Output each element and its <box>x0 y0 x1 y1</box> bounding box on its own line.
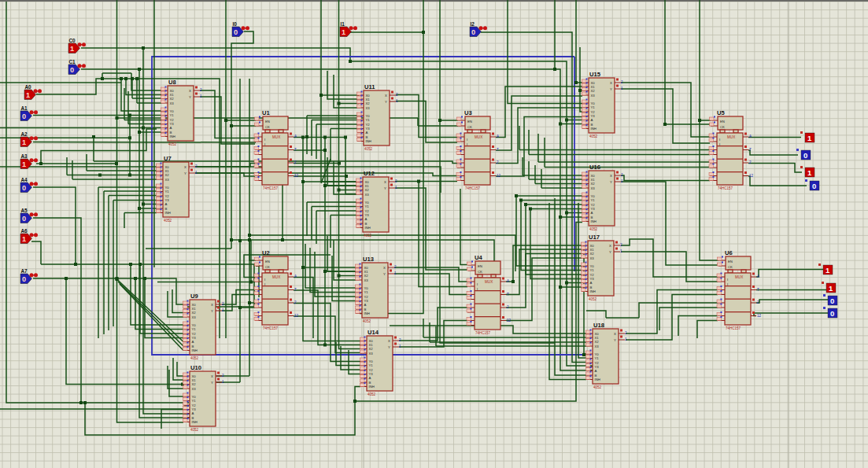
svg-text:U16: U16 <box>589 164 600 171</box>
svg-text:C1: C1 <box>69 59 76 64</box>
svg-text:INH: INH <box>369 385 375 389</box>
svg-text:U2: U2 <box>262 249 270 256</box>
svg-text:U18: U18 <box>593 322 604 329</box>
svg-text:B: B <box>165 207 168 211</box>
svg-text:I: I <box>467 138 467 142</box>
svg-text:CK: CK <box>467 125 472 129</box>
svg-text:X3: X3 <box>590 256 595 260</box>
svg-text:Y: Y <box>388 345 390 349</box>
svg-text:T: T <box>507 293 509 297</box>
svg-text:A: A <box>591 211 593 215</box>
svg-text:A: A <box>595 369 597 373</box>
svg-text:I: I <box>264 282 265 286</box>
svg-text:MUX: MUX <box>727 135 735 139</box>
svg-text:Y0: Y0 <box>365 201 370 205</box>
svg-text:Y1: Y1 <box>591 105 596 109</box>
svg-text:1: 1 <box>342 28 345 36</box>
svg-text:X1: X1 <box>366 98 371 101</box>
svg-text:I1: I1 <box>341 21 345 27</box>
svg-text:X3: X3 <box>366 106 371 110</box>
svg-text:INH: INH <box>590 289 596 293</box>
svg-text:X: X <box>610 174 612 178</box>
svg-text:Y2: Y2 <box>192 332 197 336</box>
svg-text:U8: U8 <box>168 79 176 86</box>
svg-text:X1: X1 <box>364 270 369 274</box>
svg-text:EN: EN <box>728 260 733 263</box>
svg-text:MUX: MUX <box>475 135 482 139</box>
svg-text:12: 12 <box>497 174 501 178</box>
svg-text:CK: CK <box>728 265 733 269</box>
svg-text:CK: CK <box>720 125 725 129</box>
svg-text:X3: X3 <box>591 94 596 98</box>
svg-text:A: A <box>192 340 194 344</box>
svg-text:INH: INH <box>366 139 371 143</box>
svg-text:A: A <box>369 376 371 380</box>
svg-text:0: 0 <box>234 28 238 36</box>
svg-text:C0: C0 <box>69 38 76 43</box>
svg-text:0: 0 <box>830 309 834 318</box>
svg-text:CK: CK <box>478 270 482 274</box>
svg-text:X2: X2 <box>591 182 596 186</box>
svg-text:CK: CK <box>265 125 270 129</box>
svg-text:1: 1 <box>22 235 26 243</box>
svg-text:INH: INH <box>165 211 171 215</box>
svg-text:INH: INH <box>364 311 370 315</box>
svg-text:Y0: Y0 <box>591 101 596 105</box>
svg-text:B: B <box>591 216 593 219</box>
svg-text:Y0: Y0 <box>595 352 600 356</box>
svg-text:B: B <box>591 123 593 127</box>
svg-text:1: 1 <box>26 91 30 99</box>
svg-text:A: A <box>165 202 168 206</box>
svg-text:X2: X2 <box>170 97 175 101</box>
svg-text:I: I <box>727 278 728 282</box>
svg-text:4052: 4052 <box>368 392 376 396</box>
svg-text:A: A <box>170 126 172 130</box>
svg-text:I: I <box>264 138 265 142</box>
svg-text:Y2: Y2 <box>366 123 371 127</box>
svg-text:Y2: Y2 <box>591 203 596 207</box>
svg-text:Y: Y <box>610 87 612 91</box>
svg-text:74HC157: 74HC157 <box>263 186 279 190</box>
svg-text:X1: X1 <box>165 169 170 173</box>
svg-text:A: A <box>192 411 194 415</box>
svg-text:I: I <box>264 142 265 146</box>
svg-text:Y1: Y1 <box>365 205 370 208</box>
svg-text:X1: X1 <box>192 378 197 382</box>
svg-text:A: A <box>497 135 499 138</box>
svg-text:U9: U9 <box>190 293 198 300</box>
svg-text:Y2: Y2 <box>170 118 175 122</box>
svg-text:A: A <box>507 279 509 283</box>
svg-text:U12: U12 <box>364 170 375 177</box>
svg-text:A2: A2 <box>21 131 28 137</box>
svg-text:Y2: Y2 <box>364 295 369 299</box>
svg-text:B: B <box>192 416 194 420</box>
svg-text:EN: EN <box>265 260 270 263</box>
svg-text:Y0: Y0 <box>165 186 170 190</box>
svg-text:X3: X3 <box>165 178 170 182</box>
svg-text:X3: X3 <box>170 101 175 105</box>
svg-text:X1: X1 <box>595 336 600 340</box>
svg-text:4052: 4052 <box>364 147 373 151</box>
svg-text:Y1: Y1 <box>364 290 369 294</box>
svg-text:X1: X1 <box>590 248 595 252</box>
svg-text:T: T <box>294 148 297 152</box>
svg-text:X2: X2 <box>364 274 369 278</box>
svg-text:MUX: MUX <box>485 280 493 284</box>
svg-text:A: A <box>364 303 367 307</box>
svg-text:Y2: Y2 <box>365 209 370 213</box>
svg-text:X: X <box>614 332 616 336</box>
svg-text:X: X <box>385 94 387 98</box>
svg-text:74HC157: 74HC157 <box>726 326 741 330</box>
svg-text:B: B <box>364 308 367 311</box>
svg-text:B: B <box>369 381 371 385</box>
svg-text:4052: 4052 <box>593 385 602 389</box>
svg-text:4052: 4052 <box>190 356 199 360</box>
svg-text:X: X <box>211 374 213 378</box>
svg-text:A5: A5 <box>21 208 28 213</box>
svg-text:U15: U15 <box>589 71 601 78</box>
svg-text:B: B <box>595 374 597 378</box>
svg-text:74HC157: 74HC157 <box>263 326 279 330</box>
svg-text:4052: 4052 <box>164 219 172 223</box>
svg-text:U5: U5 <box>717 109 725 116</box>
svg-text:X1: X1 <box>170 93 175 97</box>
